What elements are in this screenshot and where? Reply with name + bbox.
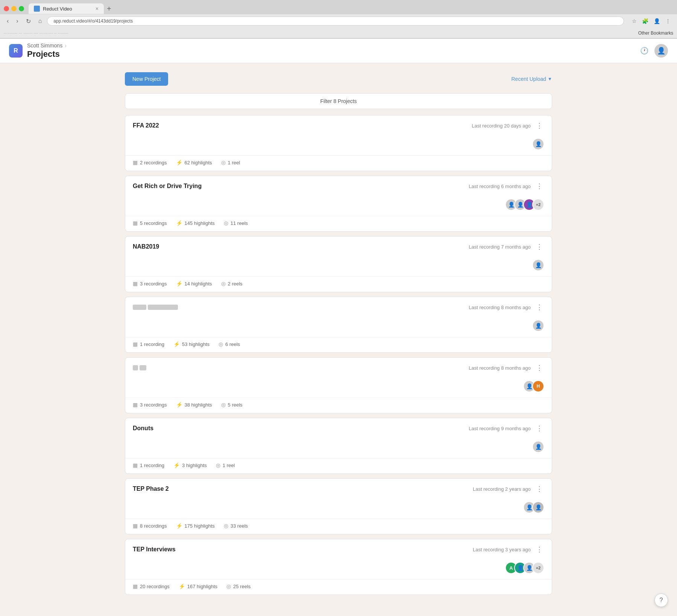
breadcrumb-separator: › — [65, 42, 67, 49]
recordings-count: 2 recordings — [140, 160, 167, 165]
filter-bar[interactable]: Filter 8 Projects — [125, 93, 552, 109]
reload-button[interactable]: ↻ — [24, 17, 33, 26]
project-more-button[interactable]: ⋮ — [534, 121, 544, 130]
address-bar: ‹ › ↻ ⌂ app.reduct.video/#/o/4143dd19/pr… — [0, 14, 677, 28]
avatar[interactable]: H — [532, 380, 544, 392]
highlights-icon: ⚡ — [176, 523, 182, 529]
tab-close-button[interactable]: × — [96, 6, 99, 12]
highlights-count: 53 highlights — [182, 341, 209, 347]
recordings-stat: ▦ 1 recording — [133, 462, 164, 468]
avatar[interactable]: 👤 — [532, 259, 544, 271]
extensions-button[interactable]: 🧩 — [640, 17, 650, 25]
redacted-block — [148, 305, 178, 310]
help-button[interactable]: ? — [654, 593, 668, 607]
project-avatars: 👤 👤 — [523, 501, 544, 513]
avatar-count[interactable]: +2 — [532, 562, 544, 574]
project-card: Donuts Last recording 9 months ago ⋮ 👤 ▦… — [125, 418, 552, 474]
reels-icon: ◎ — [224, 523, 228, 529]
back-button[interactable]: ‹ — [5, 17, 11, 25]
last-recording-label: Last recording 9 months ago — [469, 426, 531, 431]
highlights-count: 3 highlights — [182, 463, 207, 468]
bookmarks-bar: ············ ··· ········ ···· ·········… — [0, 28, 677, 38]
close-traffic-light[interactable] — [4, 6, 9, 11]
reels-count: 33 reels — [231, 523, 248, 529]
menu-button[interactable]: ⋮ — [663, 17, 672, 25]
project-name[interactable]: FFA 2022 — [133, 122, 159, 129]
reels-icon: ◎ — [226, 583, 231, 589]
highlights-count: 175 highlights — [185, 523, 215, 529]
history-button[interactable]: 🕐 — [640, 47, 648, 55]
minimize-traffic-light[interactable] — [11, 6, 17, 11]
bookmark-button[interactable]: ☆ — [630, 17, 639, 25]
maximize-traffic-light[interactable] — [19, 6, 24, 11]
project-stats: ▦ 20 recordings ⚡ 167 highlights ◎ 25 re… — [125, 579, 552, 595]
project-name[interactable]: Get Rich or Drive Trying — [133, 183, 202, 190]
forward-button[interactable]: › — [14, 17, 20, 25]
project-more-button[interactable]: ⋮ — [534, 364, 544, 372]
breadcrumb-user[interactable]: Scott Simmons — [27, 42, 62, 49]
reels-count: 6 reels — [225, 341, 240, 347]
recordings-count: 1 recording — [140, 341, 164, 347]
user-avatar[interactable]: 👤 — [654, 44, 668, 58]
project-more-button[interactable]: ⋮ — [534, 485, 544, 493]
avatar[interactable]: 👤 — [532, 501, 544, 513]
recordings-icon: ▦ — [133, 220, 138, 226]
project-more-button[interactable]: ⋮ — [534, 424, 544, 432]
project-name[interactable]: TEP Interviews — [133, 546, 176, 553]
project-more-button[interactable]: ⋮ — [534, 182, 544, 190]
project-meta-right: Last recording 20 days ago ⋮ — [472, 121, 544, 130]
redacted-block — [140, 365, 146, 370]
highlights-stat: ⚡ 3 highlights — [173, 462, 207, 468]
account-button[interactable]: 👤 — [652, 17, 662, 25]
filter-bar-label: Filter 8 Projects — [320, 98, 357, 104]
reels-count: 25 reels — [233, 584, 250, 589]
project-name[interactable]: TEP Phase 2 — [133, 486, 169, 492]
new-tab-button[interactable]: + — [104, 5, 114, 13]
last-recording-label: Last recording 8 months ago — [469, 305, 531, 310]
avatar-count[interactable]: +2 — [532, 199, 544, 211]
tab-bar: Reduct Video × + — [0, 0, 677, 14]
project-meta-right: Last recording 8 months ago ⋮ — [469, 364, 544, 372]
help-icon: ? — [660, 597, 663, 604]
project-more-button[interactable]: ⋮ — [534, 243, 544, 251]
project-thumbnails: 👤 H — [125, 375, 552, 398]
recordings-icon: ▦ — [133, 159, 138, 165]
other-bookmarks[interactable]: Other Bookmarks — [638, 30, 673, 36]
avatar[interactable]: 👤 — [532, 441, 544, 453]
recent-upload-button[interactable]: Recent Upload ▼ — [511, 76, 552, 82]
new-project-button[interactable]: New Project — [125, 72, 168, 86]
project-header: Get Rich or Drive Trying Last recording … — [125, 176, 552, 193]
recordings-icon: ▦ — [133, 281, 138, 287]
project-avatars: 👤 H — [523, 380, 544, 392]
browser-tab-active[interactable]: Reduct Video × — [29, 3, 104, 14]
avatar[interactable]: 👤 — [532, 320, 544, 332]
project-card: Last recording 8 months ago ⋮ 👤 ▦ 1 reco… — [125, 297, 552, 353]
project-card: Last recording 8 months ago ⋮ 👤 H ▦ 3 re… — [125, 357, 552, 413]
project-card: Get Rich or Drive Trying Last recording … — [125, 176, 552, 232]
project-avatars: 👤 — [532, 138, 544, 150]
project-more-button[interactable]: ⋮ — [534, 303, 544, 311]
recordings-count: 3 recordings — [140, 402, 167, 408]
project-avatars: 👤 — [532, 259, 544, 271]
bookmarks-placeholder: ············ ··· ········ ···· ·········… — [4, 31, 68, 35]
project-meta-right: Last recording 7 months ago ⋮ — [469, 243, 544, 251]
avatar[interactable]: 👤 — [532, 138, 544, 150]
project-thumbnails: 👤 — [125, 254, 552, 276]
recent-upload-arrow: ▼ — [548, 76, 552, 82]
home-button[interactable]: ⌂ — [36, 17, 44, 25]
reels-stat: ◎ 25 reels — [226, 583, 250, 589]
reels-icon: ◎ — [221, 281, 226, 287]
recordings-count: 8 recordings — [140, 523, 167, 529]
highlights-count: 14 highlights — [185, 281, 212, 287]
url-bar[interactable]: app.reduct.video/#/o/4143dd19/projects — [47, 17, 624, 26]
highlights-count: 167 highlights — [187, 584, 217, 589]
project-name[interactable]: NAB2019 — [133, 243, 159, 250]
project-avatars: A 👤 👤 +2 — [505, 562, 544, 574]
project-more-button[interactable]: ⋮ — [534, 545, 544, 554]
traffic-lights — [4, 6, 24, 11]
recordings-stat: ▦ 3 recordings — [133, 402, 167, 408]
project-name[interactable]: Donuts — [133, 425, 153, 432]
last-recording-label: Last recording 7 months ago — [469, 244, 531, 250]
app-logo[interactable]: R — [9, 44, 23, 58]
recordings-count: 20 recordings — [140, 584, 170, 589]
